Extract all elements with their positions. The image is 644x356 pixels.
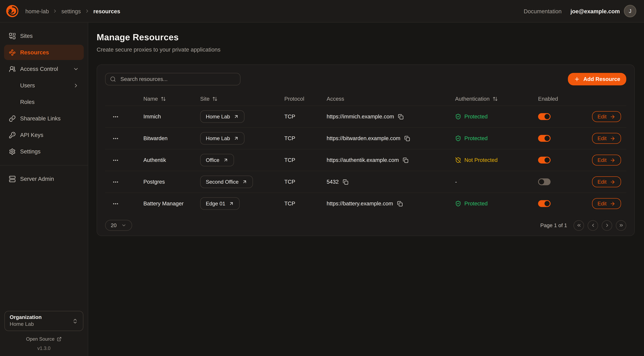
table-row: Immich Home Lab TCP https://immich.examp… [105, 106, 626, 127]
copy-button[interactable] [398, 114, 404, 120]
resource-name: Authentik [144, 157, 166, 163]
row-actions-button[interactable] [112, 135, 119, 142]
last-page-button[interactable] [616, 220, 626, 230]
site-name: Second Office [206, 179, 238, 185]
sidebar-item-shareable-links[interactable]: Shareable Links [4, 111, 84, 126]
edit-button[interactable]: Edit [592, 176, 621, 187]
edit-button[interactable]: Edit [592, 198, 621, 209]
sidebar: Sites Resources Access Control Users Rol… [0, 22, 88, 356]
app-logo-icon[interactable] [6, 4, 19, 18]
arrow-up-right-icon [234, 136, 239, 141]
site-link[interactable]: Home Lab [200, 110, 244, 123]
sidebar-item-settings[interactable]: Settings [4, 144, 84, 159]
avatar[interactable]: J [624, 5, 636, 17]
sidebar-item-users[interactable]: Users [4, 78, 84, 93]
edit-button[interactable]: Edit [592, 111, 621, 122]
site-link[interactable]: Home Lab [200, 132, 244, 144]
breadcrumb-settings[interactable]: settings [61, 8, 81, 14]
next-page-button[interactable] [602, 220, 612, 230]
first-page-button[interactable] [574, 220, 584, 230]
protocol-value: TCP [284, 179, 295, 185]
edit-button[interactable]: Edit [592, 133, 621, 144]
breadcrumb-org[interactable]: home-lab [25, 8, 49, 14]
chevron-right-icon [84, 8, 90, 14]
row-actions-button[interactable] [112, 179, 119, 185]
row-actions-button[interactable] [112, 114, 119, 120]
resource-name: Immich [144, 114, 161, 120]
shield-check-icon [455, 135, 461, 141]
row-actions-button[interactable] [112, 200, 119, 207]
site-link[interactable]: Second Office [200, 176, 253, 188]
enabled-toggle[interactable] [538, 135, 550, 142]
enabled-toggle[interactable] [538, 178, 550, 185]
ellipsis-icon [112, 200, 119, 207]
toggle-knob [544, 114, 550, 119]
gear-icon [9, 148, 16, 155]
table-footer: 20 Page 1 of 1 [105, 220, 626, 231]
authentication-status: - [455, 179, 538, 185]
authentication-status: Protected [455, 200, 538, 206]
chevrons-up-down-icon [72, 318, 78, 324]
site-link[interactable]: Office [200, 154, 234, 166]
shield-check-icon [455, 114, 461, 120]
avatar-initial: J [629, 8, 632, 14]
authentication-status: Protected [455, 114, 538, 120]
column-header-enabled: Enabled [538, 96, 594, 102]
chevron-right-icon [73, 82, 79, 88]
edit-label: Edit [598, 179, 606, 185]
toggle-knob [544, 201, 550, 206]
search-input[interactable] [120, 76, 236, 82]
edit-label: Edit [598, 135, 606, 141]
arrow-up-right-icon [223, 158, 228, 163]
column-header-authentication[interactable]: Authentication [455, 96, 538, 102]
ellipsis-icon [112, 135, 119, 142]
access-value: 5432 [327, 179, 339, 185]
column-header-protocol: Protocol [284, 96, 327, 102]
authentication-status: Protected [455, 135, 538, 141]
sidebar-item-label: Access Control [20, 66, 58, 72]
enabled-toggle[interactable] [538, 113, 550, 120]
org-selector[interactable]: Organization Home Lab [4, 311, 83, 331]
page-size-select[interactable]: 20 [105, 220, 132, 231]
user-email[interactable]: joe@example.com [570, 8, 620, 14]
sidebar-item-access-control[interactable]: Access Control [4, 61, 84, 76]
sidebar-item-api-keys[interactable]: API Keys [4, 127, 84, 142]
arrow-right-icon [610, 136, 616, 141]
copy-icon [404, 136, 410, 141]
site-link[interactable]: Edge 01 [200, 197, 240, 210]
open-source-link[interactable]: Open Source [4, 336, 84, 342]
sort-icon [161, 96, 166, 101]
resources-table: Name Site Protocol [105, 92, 626, 214]
column-header-name[interactable]: Name [144, 96, 200, 102]
sidebar-item-sites[interactable]: Sites [4, 28, 84, 44]
sidebar-item-roles[interactable]: Roles [4, 94, 84, 110]
table-body: Immich Home Lab TCP https://immich.examp… [105, 106, 626, 214]
add-resource-button[interactable]: Add Resource [568, 73, 626, 86]
copy-button[interactable] [403, 157, 408, 163]
chevron-down-icon [73, 66, 79, 72]
org-selector-text: Organization Home Lab [10, 314, 72, 328]
breadcrumb-current: resources [93, 8, 120, 14]
sort-icon [212, 96, 218, 101]
copy-button[interactable] [397, 201, 402, 206]
copy-icon [398, 114, 404, 120]
copy-button[interactable] [343, 179, 348, 185]
sidebar-item-resources[interactable]: Resources [4, 45, 84, 60]
copy-button[interactable] [404, 136, 410, 141]
access-value: https://authentik.example.com [327, 157, 399, 163]
row-actions-button[interactable] [112, 157, 119, 163]
column-header-site[interactable]: Site [200, 96, 284, 102]
page-size-value: 20 [111, 222, 116, 228]
sidebar-item-server-admin[interactable]: Server Admin [4, 171, 84, 186]
column-header-access: Access [327, 96, 455, 102]
table-row: Bitwarden Home Lab TCP https://bitwarden… [105, 127, 626, 149]
table-row: Authentik Office TCP https://authentik.e… [105, 149, 626, 171]
site-name: Edge 01 [206, 200, 225, 206]
arrow-up-right-icon [229, 201, 234, 206]
documentation-link[interactable]: Documentation [524, 8, 562, 14]
previous-page-button[interactable] [588, 220, 598, 230]
enabled-toggle[interactable] [538, 157, 550, 164]
org-selector-title: Organization [10, 314, 72, 321]
edit-button[interactable]: Edit [592, 155, 621, 166]
enabled-toggle[interactable] [538, 200, 550, 207]
